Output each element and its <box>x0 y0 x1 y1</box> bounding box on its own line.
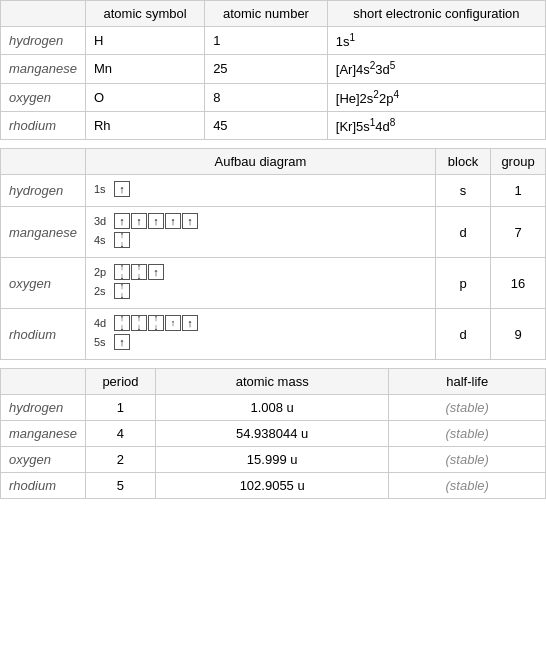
col-header-empty <box>1 1 86 27</box>
table-row: hydrogen H 1 1s1 <box>1 27 546 55</box>
number-manganese: 25 <box>205 55 328 83</box>
aufbau-col-diagram: Aufbau diagram <box>85 149 435 175</box>
aufbau-name-hydrogen: hydrogen <box>1 175 86 207</box>
aufbau-group-hydrogen: 1 <box>491 175 546 207</box>
number-rhodium: 45 <box>205 111 328 139</box>
aufbau-group-oxygen: 16 <box>491 258 546 309</box>
number-hydrogen: 1 <box>205 27 328 55</box>
aufbau-col-empty <box>1 149 86 175</box>
aufbau-name-oxygen: oxygen <box>1 258 86 309</box>
prop-halflife-manganese: (stable) <box>389 421 546 447</box>
table-row: manganese Mn 25 [Ar]4s23d5 <box>1 55 546 83</box>
aufbau-group-manganese: 7 <box>491 207 546 258</box>
prop-mass-oxygen: 15.999 u <box>155 447 388 473</box>
prop-period-oxygen: 2 <box>85 447 155 473</box>
element-name-hydrogen: hydrogen <box>1 27 86 55</box>
symbol-hydrogen: H <box>85 27 204 55</box>
prop-name-manganese: manganese <box>1 421 86 447</box>
prop-mass-hydrogen: 1.008 u <box>155 395 388 421</box>
prop-halflife-rhodium: (stable) <box>389 473 546 499</box>
prop-mass-manganese: 54.938044 u <box>155 421 388 447</box>
prop-period-hydrogen: 1 <box>85 395 155 421</box>
config-rhodium: [Kr]5s14d8 <box>327 111 545 139</box>
aufbau-row-hydrogen: hydrogen 1s s 1 <box>1 175 546 207</box>
aufbau-diagram-manganese: 3d 4s ↑↓ <box>85 207 435 258</box>
prop-col-empty <box>1 369 86 395</box>
aufbau-block-manganese: d <box>436 207 491 258</box>
symbol-rhodium: Rh <box>85 111 204 139</box>
prop-name-hydrogen: hydrogen <box>1 395 86 421</box>
table-row: oxygen O 8 [He]2s22p4 <box>1 83 546 111</box>
config-manganese: [Ar]4s23d5 <box>327 55 545 83</box>
aufbau-name-rhodium: rhodium <box>1 309 86 360</box>
table-row: rhodium Rh 45 [Kr]5s14d8 <box>1 111 546 139</box>
prop-halflife-hydrogen: (stable) <box>389 395 546 421</box>
aufbau-diagram-oxygen: 2p ↑↓ ↑↓ 2s ↑↓ <box>85 258 435 309</box>
symbol-manganese: Mn <box>85 55 204 83</box>
element-name-oxygen: oxygen <box>1 83 86 111</box>
aufbau-col-group: group <box>491 149 546 175</box>
aufbau-diagram-hydrogen: 1s <box>85 175 435 207</box>
aufbau-table: Aufbau diagram block group hydrogen 1s s… <box>0 148 546 360</box>
element-name-manganese: manganese <box>1 55 86 83</box>
config-oxygen: [He]2s22p4 <box>327 83 545 111</box>
prop-col-mass: atomic mass <box>155 369 388 395</box>
aufbau-block-hydrogen: s <box>436 175 491 207</box>
col-header-config: short electronic configuration <box>327 1 545 27</box>
number-oxygen: 8 <box>205 83 328 111</box>
element-name-rhodium: rhodium <box>1 111 86 139</box>
prop-period-manganese: 4 <box>85 421 155 447</box>
col-header-number: atomic number <box>205 1 328 27</box>
prop-col-halflife: half-life <box>389 369 546 395</box>
prop-row-oxygen: oxygen 2 15.999 u (stable) <box>1 447 546 473</box>
aufbau-col-block: block <box>436 149 491 175</box>
prop-row-rhodium: rhodium 5 102.9055 u (stable) <box>1 473 546 499</box>
properties-table: period atomic mass half-life hydrogen 1 … <box>0 368 546 499</box>
prop-row-hydrogen: hydrogen 1 1.008 u (stable) <box>1 395 546 421</box>
aufbau-name-manganese: manganese <box>1 207 86 258</box>
aufbau-block-oxygen: p <box>436 258 491 309</box>
prop-name-rhodium: rhodium <box>1 473 86 499</box>
aufbau-row-rhodium: rhodium 4d ↑↓ ↑↓ ↑↓ <box>1 309 546 360</box>
symbol-oxygen: O <box>85 83 204 111</box>
prop-period-rhodium: 5 <box>85 473 155 499</box>
aufbau-row-manganese: manganese 3d 4s ↑↓ <box>1 207 546 258</box>
aufbau-group-rhodium: 9 <box>491 309 546 360</box>
prop-col-period: period <box>85 369 155 395</box>
prop-mass-rhodium: 102.9055 u <box>155 473 388 499</box>
config-hydrogen: 1s1 <box>327 27 545 55</box>
aufbau-diagram-rhodium: 4d ↑↓ ↑↓ ↑↓ ↑ <box>85 309 435 360</box>
aufbau-row-oxygen: oxygen 2p ↑↓ ↑↓ 2s <box>1 258 546 309</box>
prop-row-manganese: manganese 4 54.938044 u (stable) <box>1 421 546 447</box>
prop-name-oxygen: oxygen <box>1 447 86 473</box>
col-header-symbol: atomic symbol <box>85 1 204 27</box>
electronic-config-table: atomic symbol atomic number short electr… <box>0 0 546 140</box>
prop-halflife-oxygen: (stable) <box>389 447 546 473</box>
aufbau-block-rhodium: d <box>436 309 491 360</box>
